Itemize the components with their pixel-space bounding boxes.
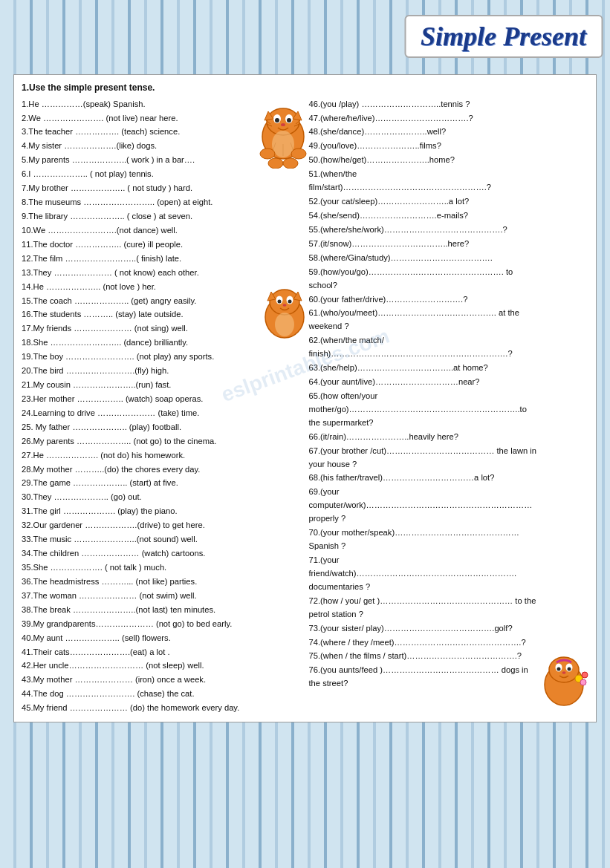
garfield-image-bottom [540,656,588,716]
left-item-14: 14.He ……………….. (not love ) her. [22,281,257,294]
svg-point-16 [272,131,294,157]
left-item-7: 7.My brother ……………….. ( not study ) hard… [22,182,257,195]
left-column: 1.He ……………(speak) Spanish.2.We …………………. … [22,98,302,717]
svg-point-5 [287,118,291,123]
left-item-20: 20.The bird …………………….(fly) high. [22,365,257,378]
svg-point-40 [580,679,586,685]
left-item-28: 29.The game ……………….. (start) at five. [22,477,257,490]
right-item-17: 64.(your aunt/live)…………………………near? [309,376,537,389]
left-item-38: 39.My grandparents………………… (not go) to be… [22,618,257,631]
right-item-26: 73.(your sister/ play)………………………………….golf… [309,622,537,636]
right-item-20: 67.(your brother /cut)………………………………… the … [309,445,537,471]
left-item-40: 41.Their cats………………….(eat) a lot . [22,646,257,659]
left-item-39: 40.My aunt ……………….. (sell) flowers. [22,632,257,645]
left-item-24: 25. My father ……………….. (play) football. [22,421,257,434]
left-item-11: 11.The doctor …………….. (cure) ill people. [22,238,257,252]
left-item-8: 8.The museums …………………….. (open) at eight… [22,196,257,209]
svg-point-27 [282,304,286,307]
right-item-7: 52.(your cat/sleep)……………………..a lot? [309,195,537,209]
right-item-27: 74.(where / they /meet)……………………………………….? [309,636,537,650]
svg-point-20 [283,158,298,169]
left-item-5: 5.My parents ………………..( work ) in a bar…. [22,154,257,167]
left-item-31: 32.Our gardener ……………….(drive) to get he… [22,519,257,532]
right-item-15: 62.(when/the match/ finish)…………………………………… [309,334,537,361]
svg-point-6 [281,123,285,126]
right-item-3: 48.(she/dance)…………………..well? [309,125,537,139]
garfield-image-top [257,105,309,169]
right-item-16: 63.(she/help)……………………………..at home? [309,362,537,375]
right-item-29: 76.(you aunts/feed )…………………………………… dogs … [309,664,537,691]
right-item-28: 75.(when / the films / start)……………………………… [309,650,537,663]
right-item-9: 55.(where/she/work)…………………………………….? [309,223,537,237]
left-item-15: 15.The coach ……………….. (get) angry easily… [22,295,257,308]
right-item-6: 51.(when/the film/start)…………………………………………… [309,168,537,195]
svg-point-30 [275,313,294,336]
page-title: Simple Present [421,22,586,51]
title-box: Simple Present [404,15,603,58]
left-item-29: 30.They ……………….. (go) out. [22,491,257,504]
left-item-22: 23.Her mother …………….. (watch) soap opera… [22,393,257,406]
left-item-33: 34.The children ………………… (watch) cartoons… [22,547,257,561]
right-item-10: 57.(it/snow)……………………………..here? [309,238,537,251]
left-item-42: 43.My mother ………………… (iron) once a week. [22,673,257,687]
garfield-image-mid [261,287,309,347]
main-content-box: 1.Use the simple present tense. [13,74,597,722]
left-item-21: 21.My cousin …………………..(run) fast. [22,379,257,392]
right-item-25: 72.(how / you/ get )………………………………………… to … [309,595,537,621]
left-item-19: 19.The boy ……………………. (not play) any spor… [22,350,257,364]
left-item-44: 45.My friend ………………… (do) the homework e… [22,702,257,715]
right-item-23: 70.(your mother/speak)……………………………………… Sp… [309,526,537,553]
right-item-19: 66.(it/rain)…………………..heavily here? [309,431,537,444]
right-item-11: 58.(where/Gina/study)………………………………. [309,252,537,265]
right-items-container: 46.(you /play) ………………………..tennis ?47.(wh… [309,98,589,691]
left-item-9: 9.The library ……………….. ( close ) at seve… [22,210,257,223]
left-exercise-list: 1.He ……………(speak) Spanish.2.We …………………. … [22,98,302,716]
svg-point-17 [260,149,275,159]
right-item-4: 49.(you/love)…………………..films? [309,140,537,153]
svg-point-18 [291,149,306,159]
left-item-25: 26.My parents ……………….. (not go) to the c… [22,435,257,448]
left-item-18: 18.She …………………….. (dance) brilliantly. [22,336,257,350]
left-item-23: 24.Learning to drive ………………… (take) time… [22,407,257,420]
right-item-13: 60.(your father/drive)……………………….? [309,293,537,307]
right-item-21: 68.(his father/travel)……………………………a lot? [309,471,537,485]
svg-point-35 [557,668,561,671]
left-item-43: 44.The dog ……………………. (chase) the cat. [22,688,257,701]
left-item-3: 3.The teacher ……………. (teach) science. [22,125,257,139]
left-item-16: 16.The students ……….. (stay) late outsid… [22,308,257,322]
svg-point-26 [288,299,291,303]
left-item-12: 12.The film ……………………..( finish) late. [22,252,257,266]
left-item-13: 13.They ………………… ( not know) each other. [22,267,257,280]
left-item-10: 10.We …………………….(not dance) well. [22,224,257,238]
left-item-32: 33.The music …………………..(not sound) well. [22,533,257,546]
right-item-1: 46.(you /play) ………………………..tennis ? [309,98,537,111]
left-item-36: 37.The woman ………………… (not swim) well. [22,590,257,603]
section-heading: 1.Use the simple present tense. [22,81,588,95]
page-container: Simple Present 1.Use the simple present … [0,0,610,730]
right-item-12: 59.(how/you/go)…………………………………………. to scho… [309,266,537,293]
left-item-26: 27.He ………………. (not do) his homework. [22,449,257,463]
right-item-8: 54.(she/send)……………………….e-mails? [309,209,537,223]
left-item-4: 4.My sister ……………….(like) dogs. [22,140,257,153]
right-column: 46.(you /play) ………………………..tennis ?47.(wh… [309,98,589,717]
left-item-27: 28.My mother ………..(do) the chores every … [22,463,257,477]
left-item-41: 42.Her uncle……………………… (not sleep) well. [22,659,257,673]
content-grid: 1.He ……………(speak) Spanish.2.We …………………. … [22,98,588,717]
right-item-22: 69.(your computer/work)……………………………………………… [309,486,537,526]
svg-point-36 [568,668,571,671]
svg-point-39 [582,672,588,678]
left-item-37: 38.The break …………………..(not last) ten min… [22,604,257,617]
left-item-17: 17.My friends ………………… (not sing) well. [22,322,257,336]
left-item-35: 36.The headmistress ………... (not like) pa… [22,575,257,589]
svg-point-19 [268,158,283,169]
left-item-2: 2.We …………………. (not live) near here. [22,112,257,125]
left-item-34: 35.She ………………. ( not talk ) much. [22,561,257,575]
left-item-6: 6.I ……………….. ( not play) tennis. [22,168,257,181]
left-items-container: 1.He ……………(speak) Spanish.2.We …………………. … [22,98,257,716]
right-item-18: 65.(how often/your mother/go)……………………………… [309,390,537,430]
svg-point-25 [277,299,281,303]
right-item-2: 47.(where/he/live)…………………………….? [309,112,537,125]
left-item-30: 31.The girl ………………. (play) the piano. [22,505,257,518]
svg-point-4 [275,118,279,123]
left-item-1: 1.He ……………(speak) Spanish. [22,98,257,111]
